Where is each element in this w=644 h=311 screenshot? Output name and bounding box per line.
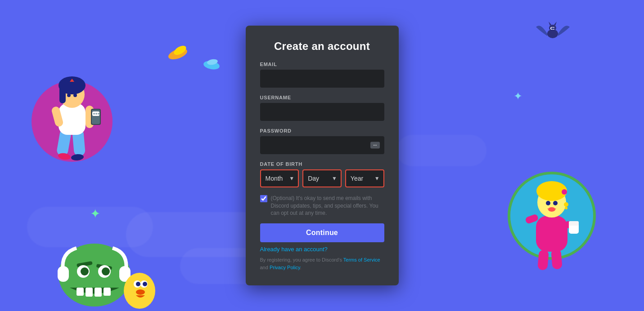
year-select-wrapper: Year202420232022202120202019201820172016… xyxy=(345,169,384,187)
continue-button[interactable]: Continue xyxy=(260,223,384,242)
already-account-link[interactable]: Already have an account? xyxy=(260,246,384,253)
month-select-wrapper: MonthJanuaryFebruaryMarchAprilMayJuneJul… xyxy=(260,169,299,187)
email-field-group: EMAIL xyxy=(260,62,384,88)
year-select[interactable]: Year202420232022202120202019201820172016… xyxy=(345,169,384,187)
password-input[interactable] xyxy=(260,136,384,154)
day-select-wrapper: Day1234567891011121314151617181920212223… xyxy=(302,169,342,187)
terms-and: and xyxy=(260,265,270,270)
terms-text: By registering, you agree to Discord's T… xyxy=(260,256,384,271)
username-field-group: USERNAME xyxy=(260,95,384,121)
day-select[interactable]: Day1234567891011121314151617181920212223… xyxy=(302,169,342,187)
username-input[interactable] xyxy=(260,103,384,121)
username-label: USERNAME xyxy=(260,95,384,100)
email-input[interactable] xyxy=(260,70,384,88)
create-account-modal: Create an account EMAIL USERNAME PASSWOR… xyxy=(246,26,399,285)
email-label: EMAIL xyxy=(260,62,384,67)
dob-label: DATE OF BIRTH xyxy=(260,161,384,167)
month-select[interactable]: MonthJanuaryFebruaryMarchAprilMayJuneJul… xyxy=(260,169,299,187)
terms-prefix: By registering, you agree to Discord's xyxy=(260,257,343,262)
dob-selects-container: MonthJanuaryFebruaryMarchAprilMayJuneJul… xyxy=(260,169,384,187)
password-input-wrapper: ··· xyxy=(260,136,384,154)
dob-field-group: DATE OF BIRTH MonthJanuaryFebruaryMarchA… xyxy=(260,161,384,187)
email-consent-row: (Optional) It's okay to send me emails w… xyxy=(260,195,384,217)
email-consent-checkbox[interactable] xyxy=(260,195,267,202)
modal-title: Create an account xyxy=(260,40,384,53)
modal-overlay: Create an account EMAIL USERNAME PASSWOR… xyxy=(0,0,644,311)
terms-of-service-link[interactable]: Terms of Service xyxy=(343,257,380,262)
email-consent-label: (Optional) It's okay to send me emails w… xyxy=(271,195,384,217)
email-input-wrapper xyxy=(260,70,384,88)
privacy-policy-link[interactable]: Privacy Policy xyxy=(270,265,300,270)
password-label: PASSWORD xyxy=(260,128,384,133)
password-field-group: PASSWORD ··· xyxy=(260,128,384,154)
password-toggle-button[interactable]: ··· xyxy=(370,142,379,148)
terms-end: . xyxy=(300,265,302,270)
